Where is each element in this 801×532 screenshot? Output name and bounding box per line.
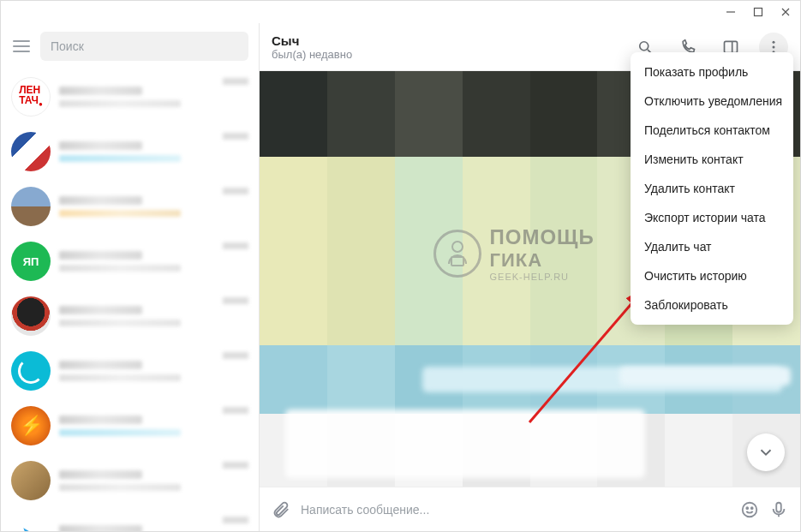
window-close[interactable] (776, 3, 795, 21)
avatar (11, 132, 51, 171)
svg-point-4 (773, 45, 775, 48)
window-minimize[interactable] (721, 3, 740, 21)
chat-list-item[interactable] (1, 508, 259, 531)
menu-show-profile[interactable]: Показать профиль (631, 57, 793, 87)
window-maximize[interactable] (749, 3, 768, 21)
menu-edit-contact[interactable]: Изменить контакт (631, 145, 793, 174)
search-input[interactable] (51, 39, 238, 53)
svg-rect-0 (755, 9, 762, 16)
chat-list-item[interactable] (1, 179, 259, 234)
avatar: ЯП (11, 242, 51, 281)
avatar (11, 296, 51, 336)
svg-rect-12 (776, 502, 781, 511)
menu-mute[interactable]: Отключить уведомления (631, 87, 793, 116)
avatar (11, 516, 51, 531)
menu-delete-chat[interactable]: Удалить чат (631, 232, 793, 261)
chat-list: ЛЕНТАЧ● ЯП (1, 69, 259, 531)
avatar: ЛЕНТАЧ● (11, 77, 51, 117)
chat-list-item[interactable] (1, 344, 259, 398)
svg-point-9 (743, 502, 757, 517)
menu-delete-contact[interactable]: Удалить контакт (631, 174, 793, 203)
search-field[interactable] (40, 32, 248, 61)
emoji-icon[interactable] (740, 500, 759, 519)
message-composer (260, 487, 800, 531)
svg-point-10 (746, 507, 748, 509)
menu-block[interactable]: Заблокировать (631, 290, 793, 320)
chat-list-item[interactable] (1, 453, 259, 508)
menu-share-contact[interactable]: Поделиться контактом (631, 116, 793, 145)
chat-list-item[interactable] (1, 289, 259, 344)
svg-rect-2 (725, 41, 738, 52)
scroll-to-bottom[interactable] (747, 433, 785, 471)
avatar (11, 187, 51, 226)
svg-point-1 (640, 41, 649, 50)
chat-options-menu: Показать профиль Отключить уведомления П… (631, 52, 793, 325)
chat-title: Сыч (272, 33, 352, 48)
avatar (11, 351, 51, 391)
avatar: ⚡ (11, 406, 51, 445)
menu-export-history[interactable]: Экспорт истории чата (631, 203, 793, 232)
menu-clear-history[interactable]: Очистить историю (631, 261, 793, 290)
svg-point-3 (773, 40, 775, 43)
window-titlebar (1, 1, 800, 23)
menu-icon[interactable] (11, 36, 32, 57)
chat-area: Сыч был(а) недавно (260, 23, 800, 531)
sidebar: ЛЕНТАЧ● ЯП (1, 23, 260, 531)
chat-list-item[interactable]: ⚡ (1, 398, 259, 453)
svg-point-11 (751, 507, 753, 509)
voice-icon[interactable] (769, 500, 788, 519)
chat-list-item[interactable] (1, 124, 259, 179)
avatar (11, 461, 51, 500)
chat-list-item[interactable]: ЛЕНТАЧ● (1, 69, 259, 124)
chat-status: был(а) недавно (272, 48, 352, 61)
chat-list-item[interactable]: ЯП (1, 234, 259, 289)
attach-icon[interactable] (272, 500, 290, 519)
message-input[interactable] (301, 503, 730, 517)
